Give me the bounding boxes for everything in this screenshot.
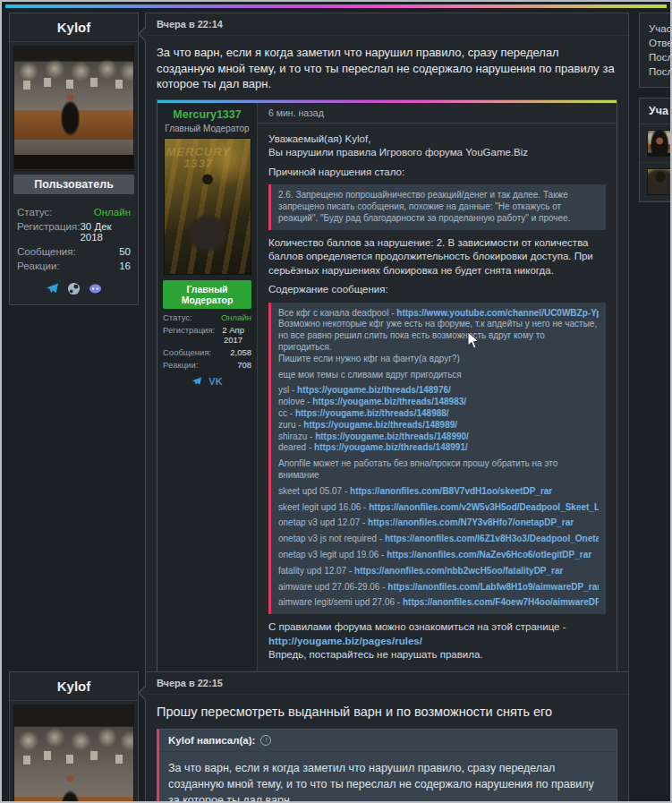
content-quote: Все кфг с канала deadpool - https://www.… xyxy=(268,303,606,615)
quoted-text: deared - xyxy=(278,442,314,452)
quote-author-avatar[interactable]: MERCURY1337 xyxy=(164,138,251,275)
quoted-text: aimware upd 27.06-29.06 - xyxy=(278,582,387,592)
quoted-link[interactable]: https://anonfiles.com/Labfw8H1o9/aimware… xyxy=(387,582,599,592)
quoted-text: fatality upd 12.07 - xyxy=(278,566,354,576)
forum-thread-page: Kylof Пользователь Статус:Онлайн Регистр… xyxy=(0,0,672,803)
mouse-cursor xyxy=(467,331,480,350)
quoted-link[interactable]: https://anonfiles.com/F4oew7H4oo/aimware… xyxy=(403,597,599,607)
post2-message-text: Прошу пересмотреть выданный варн и по во… xyxy=(157,704,617,722)
quote-reason-label: Причиной нарушения стало: xyxy=(268,166,606,180)
quoted-text: Возможно некоторые кфг уже есть на форум… xyxy=(278,319,597,352)
quote-intro: Уважаемый(ая) Kylof,Вы нарушили правила … xyxy=(268,132,606,160)
quoted-link[interactable]: https://yougame.biz/threads/148991/ xyxy=(314,442,468,452)
quoted-text: aimware legit/semi upd 27.06 - xyxy=(278,597,403,607)
avatar-watermark: MERCURY1337 xyxy=(166,146,232,169)
quoted-link[interactable]: https://anonfiles.com/nbb2wcH5oo/fatalit… xyxy=(354,566,563,576)
quoted-link[interactable]: https://yougame.biz/threads/148983/ xyxy=(312,397,466,406)
post2-author-avatar[interactable] xyxy=(13,705,134,803)
quoted-text: onetap v3 legit upd 19.06 - xyxy=(278,550,387,560)
post1-author-name[interactable]: Kylof xyxy=(10,13,138,42)
participant-avatar-kylof[interactable] xyxy=(647,130,672,157)
vk-icon[interactable]: VK xyxy=(208,376,222,387)
quoted-link[interactable]: https://anonfiles.com/B8V7vdH1oo/skeetDP… xyxy=(350,486,552,496)
quoted-text: nolove - xyxy=(278,397,312,406)
quoted-link[interactable]: https://anonfiles.com/NaZev6Hco6/otlegit… xyxy=(387,550,591,560)
quoted-text: skeet upd 05.07 - xyxy=(278,486,350,496)
steam-icon[interactable] xyxy=(67,282,81,295)
quoted-text: skeet legit upd 16.06 - xyxy=(278,502,369,512)
participants-panel: Уча xyxy=(639,98,672,202)
stat-registration: Регистрация:2 Апр 2017 xyxy=(163,325,251,345)
quoted-link[interactable]: https://anonfiles.com/N7Y3v8Hfo7/onetapD… xyxy=(368,517,574,527)
thread-info-panel: Учас Отве Посл Посл xyxy=(639,13,672,88)
quote-content-column: 6 мин. назад Уважаемый(ая) Kylof,Вы нару… xyxy=(258,103,617,706)
quoted-link[interactable]: https://yougame.biz/threads/148990/ xyxy=(315,431,469,441)
post2-date[interactable]: Вчера в 22:15 xyxy=(146,672,628,695)
quote-points-text: Количество баллов за нарушение: 2. В зав… xyxy=(268,236,606,278)
quote-expand-icon[interactable]: ↑ xyxy=(260,735,271,746)
info-row-replies: Отве xyxy=(649,38,672,48)
quote-timestamp[interactable]: 6 мин. назад xyxy=(258,103,617,124)
quote-content-label: Содержание сообщения: xyxy=(268,283,606,297)
participants-title: Уча xyxy=(640,98,672,124)
post2-body: Прошу пересмотреть выданный варн и по во… xyxy=(146,695,628,803)
quote-author-role: Главный Модератор xyxy=(163,124,251,133)
post2-author-panel: Kylof xyxy=(9,671,139,803)
quoted-text: Пишите если нужно кфг на фанту(а вдруг?) xyxy=(278,354,460,363)
quote-author-social-icons: VK xyxy=(163,372,251,389)
quoted-text: Все кфг с канала deadpool - xyxy=(278,308,396,318)
quote-author-name[interactable]: Mercury1337 xyxy=(163,108,251,121)
quote-rules-line: С правилами форума можно ознакомиться на… xyxy=(268,620,606,662)
kylof-quote-text: За что варн, если я когда заметил что на… xyxy=(168,762,594,803)
post2-message-block: Вчера в 22:15 Прошу пересмотреть выданны… xyxy=(145,671,629,803)
participant-row xyxy=(640,124,672,163)
thread-sidebar: Учас Отве Посл Посл Уча xyxy=(639,13,672,202)
post1-body: За что варн, если я когда заметил что на… xyxy=(146,36,628,718)
participant-avatar-mercury[interactable] xyxy=(647,168,672,195)
post1-author-role-badge: Пользователь xyxy=(13,175,134,194)
rules-link[interactable]: http://yougame.biz/pages/rules/ xyxy=(268,636,422,646)
stat-messages: Сообщения:50 xyxy=(17,246,131,257)
stat-status: Статус:Онлайн xyxy=(17,207,131,218)
rule-quote: 2.6. Запрещено попрошайничество реакций/… xyxy=(268,184,606,229)
stat-status: Статус:Онлайн xyxy=(163,312,251,322)
quoted-text: еще мои темы с сливами вдруг пригодиться xyxy=(278,370,462,380)
discord-icon[interactable] xyxy=(89,282,102,295)
quote-author-role-badge: Главный Модератор xyxy=(163,280,251,309)
info-row-participants: Учас xyxy=(649,23,672,34)
kylof-quote-body: За что варн, если я когда заметил что на… xyxy=(159,752,617,803)
status-online-value: Онлайн xyxy=(94,207,131,218)
quoted-link[interactable]: https://www.youtube.com/channel/UC0WBZp-… xyxy=(396,308,599,318)
quote-author-panel: Mercury1337 Главный Модератор MERCURY133… xyxy=(157,103,258,706)
info-row-last-reply: Посл xyxy=(649,52,672,63)
kylof-quote-header[interactable]: Kylof написал(а): ↑ xyxy=(159,730,617,752)
stat-messages: Сообщения:2,058 xyxy=(163,347,251,357)
post1-author-avatar[interactable] xyxy=(13,46,134,171)
post2-author-name[interactable]: Kylof xyxy=(10,672,138,701)
quote-content: Уважаемый(ая) Kylof,Вы нарушили правила … xyxy=(258,124,617,706)
quoted-link[interactable]: https://yougame.biz/threads/148988/ xyxy=(295,408,449,418)
stat-reactions: Реакции:16 xyxy=(17,261,131,271)
quoted-text: ysl - xyxy=(278,385,297,395)
telegram-icon[interactable] xyxy=(191,376,202,387)
quoted-link[interactable]: https://yougame.biz/threads/148989/ xyxy=(303,420,457,430)
telegram-icon[interactable] xyxy=(46,282,59,295)
info-row-last-message: Посл xyxy=(649,66,672,77)
quoted-text: Anonfile может не работать без впна/прок… xyxy=(278,458,557,480)
kylof-quote-block: Kylof написал(а): ↑ За что варн, если я … xyxy=(157,729,617,803)
quoted-text: onetap v3 js not required - xyxy=(278,534,385,543)
mercury-quote-block: Mercury1337 Главный Модератор MERCURY133… xyxy=(157,99,617,707)
post1-date[interactable]: Вчера в 22:14 xyxy=(146,13,628,36)
quoted-link[interactable]: https://anonfiles.com/v2W5v3H5od/Deadpoo… xyxy=(369,502,599,512)
participant-row xyxy=(640,163,672,201)
quoted-text: onetap v3 upd 12.07 - xyxy=(278,517,368,527)
thread-rainbow-bar xyxy=(5,4,667,8)
post1-author-panel: Kylof Пользователь Статус:Онлайн Регистр… xyxy=(9,13,139,305)
quoted-link[interactable]: https://anonfiles.com/l6Z1v8H3o3/Deadpoo… xyxy=(385,534,599,543)
post1-author-stats: Статус:Онлайн Регистрация:30 Дек 2018 Со… xyxy=(10,198,138,277)
quoted-text: cc - xyxy=(278,408,295,418)
quoted-text: shirazu - xyxy=(278,431,315,441)
post1-message-text: За что варн, если я когда заметил что на… xyxy=(157,45,617,92)
quoted-link[interactable]: https://yougame.biz/threads/148976/ xyxy=(297,385,451,395)
post1-message-block: Вчера в 22:14 За что варн, если я когда … xyxy=(145,13,629,756)
